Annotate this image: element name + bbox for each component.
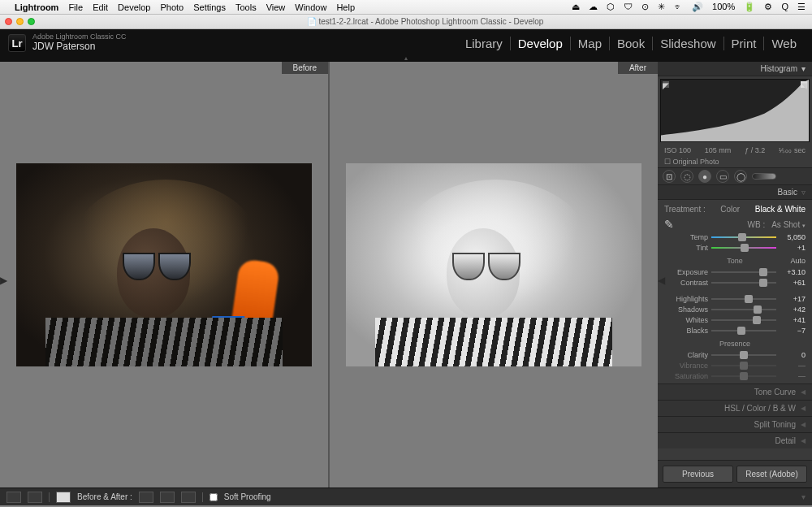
menu-photo[interactable]: Photo xyxy=(160,2,184,12)
status-icon[interactable]: ⊙ xyxy=(641,2,649,11)
menu-window[interactable]: Window xyxy=(295,2,326,12)
module-slideshow[interactable]: Slideshow xyxy=(653,37,723,50)
module-library[interactable]: Library xyxy=(458,37,511,50)
shadow-clip-icon[interactable]: ◤ xyxy=(663,81,669,88)
soft-proofing-label: Soft Proofing xyxy=(224,492,271,501)
histogram[interactable]: ◤ ◥ xyxy=(660,79,810,142)
volume-icon[interactable]: 🔊 xyxy=(692,2,703,11)
menu-edit[interactable]: Edit xyxy=(93,2,108,12)
brush-tool-icon[interactable] xyxy=(752,173,776,180)
menu-develop[interactable]: Develop xyxy=(118,2,150,12)
swap-button[interactable] xyxy=(139,492,153,503)
temp-label: Temp xyxy=(664,233,708,241)
module-develop[interactable]: Develop xyxy=(511,37,571,50)
whites-slider[interactable] xyxy=(711,316,776,324)
menu-file[interactable]: File xyxy=(68,2,83,12)
contrast-value[interactable]: +61 xyxy=(780,279,806,287)
spotlight-icon[interactable]: Q xyxy=(781,2,788,11)
compare-yy-button[interactable] xyxy=(56,492,71,503)
exposure-value[interactable]: +3.10 xyxy=(780,268,806,276)
graduated-tool-icon[interactable]: ▭ xyxy=(716,170,729,183)
menu-view[interactable]: View xyxy=(266,2,286,12)
menu-help[interactable]: Help xyxy=(336,2,355,12)
highlights-slider[interactable] xyxy=(711,295,776,303)
before-pane: Before xyxy=(0,62,330,488)
wifi-icon[interactable]: ᯤ xyxy=(674,2,683,11)
module-web[interactable]: Web xyxy=(764,37,804,50)
status-icon[interactable]: ☁ xyxy=(589,2,598,11)
compare-lr-button[interactable] xyxy=(28,492,42,503)
menu-settings[interactable]: Settings xyxy=(193,2,226,12)
soft-proofing-checkbox[interactable] xyxy=(209,493,218,501)
app-menu[interactable]: Lightroom xyxy=(15,2,58,12)
module-map[interactable]: Map xyxy=(571,37,610,50)
shadows-slider[interactable] xyxy=(711,306,776,314)
detail-header[interactable]: Detail◀ xyxy=(658,432,812,448)
redeye-tool-icon[interactable]: ● xyxy=(698,170,711,183)
tint-slider[interactable] xyxy=(711,244,776,252)
exposure-slider[interactable] xyxy=(711,268,776,276)
hsl-header[interactable]: HSL / Color / B & W◀ xyxy=(658,400,812,416)
blacks-slider[interactable] xyxy=(711,327,776,335)
battery-icon[interactable]: 🔋 xyxy=(744,2,755,11)
original-photo-checkbox[interactable]: ☐ Original Photo xyxy=(658,156,812,167)
window-minimize-button[interactable] xyxy=(16,18,24,25)
right-panel-toggle[interactable]: ◀ xyxy=(658,275,664,286)
crop-tool-icon[interactable]: ⊡ xyxy=(663,170,676,183)
treatment-bw[interactable]: Black & White xyxy=(755,205,806,214)
copy-before-button[interactable] xyxy=(160,492,175,503)
split-toning-header[interactable]: Split Toning◀ xyxy=(658,416,812,432)
contrast-slider[interactable] xyxy=(711,279,776,287)
status-icon[interactable]: ⬡ xyxy=(607,2,615,11)
tint-value[interactable]: +1 xyxy=(780,244,806,252)
temp-value[interactable]: 5,050 xyxy=(780,233,806,241)
before-after-label: Before & After : xyxy=(77,492,132,501)
whites-value[interactable]: +41 xyxy=(780,316,806,324)
blacks-value[interactable]: −7 xyxy=(780,327,806,335)
saturation-label: Saturation xyxy=(664,372,708,380)
spot-tool-icon[interactable]: ◌ xyxy=(680,170,693,183)
tone-curve-header[interactable]: Tone Curve◀ xyxy=(658,384,812,400)
window-close-button[interactable] xyxy=(5,18,12,25)
menu-tools[interactable]: Tools xyxy=(235,2,257,12)
after-pane: After xyxy=(330,62,658,488)
filmstrip-toggle[interactable]: ▾ xyxy=(801,492,806,501)
clarity-slider[interactable] xyxy=(711,351,776,359)
window-zoom-button[interactable] xyxy=(28,18,35,25)
temp-slider[interactable] xyxy=(711,233,776,241)
copy-after-button[interactable] xyxy=(181,492,196,503)
loupe-view-button[interactable] xyxy=(6,492,21,503)
vibrance-label: Vibrance xyxy=(664,362,708,370)
highlights-label: Highlights xyxy=(664,295,708,303)
before-photo[interactable] xyxy=(16,163,312,366)
module-print[interactable]: Print xyxy=(724,37,765,50)
contrast-label: Contrast xyxy=(664,279,708,287)
basic-header[interactable]: Basic▿ xyxy=(658,185,812,200)
window-title: 📄 test1-2-2.lrcat - Adobe Photoshop Ligh… xyxy=(43,17,807,26)
reset-button[interactable]: Reset (Adobe) xyxy=(736,466,807,483)
after-photo[interactable] xyxy=(346,163,641,366)
exif-readout: ISO 100105 mmƒ / 3.2¹⁄₅₀₀ sec xyxy=(658,145,812,156)
histogram-header[interactable]: Histogram▾ xyxy=(658,62,812,76)
radial-tool-icon[interactable]: ◯ xyxy=(734,170,747,183)
vibrance-value: — xyxy=(780,362,806,370)
wb-eyedropper-icon[interactable]: ✎ xyxy=(664,218,674,231)
auto-tone-button[interactable]: Auto xyxy=(790,257,806,265)
before-label: Before xyxy=(282,62,328,74)
wb-dropdown[interactable]: As Shot ▾ xyxy=(771,220,806,229)
module-book[interactable]: Book xyxy=(610,37,653,50)
prefs-icon[interactable]: ⚙ xyxy=(764,2,772,11)
battery-percent[interactable]: 100% xyxy=(712,2,735,11)
clarity-value[interactable]: 0 xyxy=(780,351,806,359)
highlight-clip-icon[interactable]: ◥ xyxy=(801,81,807,88)
identity-plate-bar: Lr Adobe Lightroom Classic CC JDW Paters… xyxy=(0,29,812,57)
previous-button[interactable]: Previous xyxy=(663,466,733,483)
vibrance-slider xyxy=(711,362,776,370)
status-icon[interactable]: ⏏ xyxy=(572,2,580,11)
bluetooth-icon[interactable]: ✳ xyxy=(658,2,665,11)
treatment-color[interactable]: Color xyxy=(720,205,740,214)
status-icon[interactable]: 🛡 xyxy=(624,2,633,11)
highlights-value[interactable]: +17 xyxy=(780,295,806,303)
notification-center-icon[interactable]: ☰ xyxy=(797,2,806,11)
shadows-value[interactable]: +42 xyxy=(780,306,806,314)
